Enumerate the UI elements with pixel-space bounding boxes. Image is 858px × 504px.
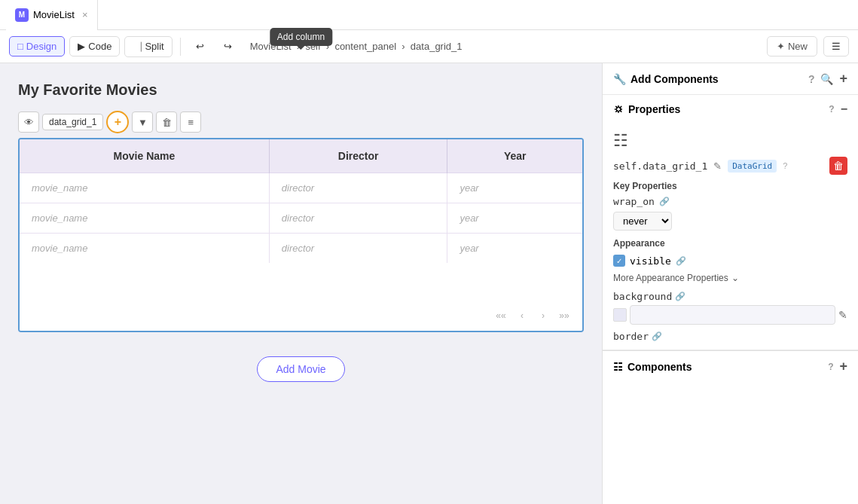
wrench-icon: 🔧: [613, 73, 626, 85]
border-row: border 🔗: [613, 331, 847, 342]
properties-icon: ⛭: [613, 103, 624, 115]
table-row: movie_name director year: [20, 173, 582, 203]
prop-name-text: self.data_grid_1: [613, 160, 707, 172]
split-button[interactable]: ⎹ Split: [124, 36, 172, 57]
grid-icon: ☷: [613, 131, 628, 150]
chevron-down-icon: ⌄: [731, 273, 739, 283]
cell-year: year: [447, 203, 582, 234]
layout-toggle-button[interactable]: ☰: [823, 36, 849, 57]
tab-close-button[interactable]: ×: [82, 9, 88, 20]
split-icon: ⎹: [133, 41, 142, 53]
appearance-label: Appearance: [613, 238, 847, 249]
design-button[interactable]: □ Design: [9, 36, 65, 57]
app-icon: M: [15, 8, 29, 22]
cell-movie-name: movie_name: [20, 173, 269, 203]
wrap-link-icon[interactable]: 🔗: [659, 197, 670, 206]
col-director: Director: [269, 139, 447, 173]
add-component-button[interactable]: +: [839, 71, 847, 87]
visibility-toggle-button[interactable]: 👁: [18, 111, 39, 133]
cell-year: year: [447, 234, 582, 264]
comp-question-icon[interactable]: ?: [828, 362, 833, 372]
cell-director: director: [269, 203, 447, 234]
tab-title: MovieList: [33, 9, 75, 20]
design-icon: □: [17, 41, 23, 52]
background-label: background: [613, 291, 672, 302]
components-icon: ☷: [613, 361, 623, 373]
question-icon[interactable]: ?: [808, 73, 815, 85]
background-link-icon[interactable]: 🔗: [675, 292, 685, 301]
properties-section: ⛭ Properties ? − ☷ self.data_grid_1 ✎ Da…: [603, 95, 858, 350]
background-edit-icon[interactable]: ✎: [838, 309, 847, 321]
table-header: Movie Name Director Year: [20, 139, 582, 173]
new-button[interactable]: ✦ New: [767, 36, 817, 57]
undo-button[interactable]: ↩: [188, 37, 212, 56]
code-icon: ▶: [78, 41, 85, 52]
code-button[interactable]: ▶ Code: [69, 36, 120, 57]
datagrid-label: data_grid_1: [42, 114, 103, 130]
last-page-button[interactable]: »»: [555, 307, 573, 325]
cell-year: year: [447, 173, 582, 203]
page-title: My Favorite Movies: [18, 81, 584, 99]
background-row: background 🔗 ✎: [613, 291, 847, 325]
cell-director: director: [269, 234, 447, 264]
tab-bar: M MovieList ×: [0, 0, 858, 30]
column-dropdown-button[interactable]: ▼: [132, 111, 153, 133]
movielist-tab[interactable]: M MovieList ×: [6, 0, 98, 30]
prev-page-button[interactable]: ‹: [513, 307, 531, 325]
wrap-on-row: wrap_on 🔗: [613, 196, 847, 207]
border-link-icon[interactable]: 🔗: [652, 331, 662, 341]
visible-row: ✓ visible 🔗: [613, 255, 847, 267]
table-body: movie_name director year movie_name dire…: [20, 173, 582, 264]
wrap-on-label: wrap_on: [613, 196, 655, 207]
add-components-section: 🔧 Add Components ? 🔍 +: [603, 63, 858, 95]
add-component-plus-button[interactable]: +: [839, 359, 847, 374]
edit-prop-icon[interactable]: ✎: [713, 160, 722, 172]
add-column-tooltip: Add column: [270, 28, 332, 46]
collapse-button[interactable]: −: [841, 102, 847, 116]
pagination: «« ‹ › »»: [20, 301, 582, 331]
redo-button[interactable]: ↪: [216, 37, 240, 56]
properties-body: ☷ self.data_grid_1 ✎ DataGrid ? 🗑 Key Pr…: [603, 124, 858, 350]
next-page-button[interactable]: ›: [534, 307, 552, 325]
background-input[interactable]: [630, 305, 835, 325]
cell-movie-name: movie_name: [20, 234, 269, 264]
prop-type-badge: DataGrid: [728, 160, 777, 173]
props-question-icon[interactable]: ?: [829, 104, 834, 115]
search-icon[interactable]: 🔍: [820, 73, 833, 85]
border-label: border: [613, 331, 649, 342]
table-row: movie_name director year: [20, 203, 582, 234]
delete-column-button[interactable]: 🗑: [156, 111, 177, 133]
data-grid: Movie Name Director Year movie_name dire…: [18, 138, 584, 332]
add-column-button[interactable]: +: [106, 111, 129, 133]
add-components-header: 🔧 Add Components ? 🔍 +: [603, 63, 858, 94]
background-swatch[interactable]: [613, 308, 627, 322]
plus-icon: ✦: [777, 41, 785, 52]
main-toolbar: □ Design ▶ Code ⎹ Split ↩ ↪ MovieList › …: [0, 30, 858, 63]
components-header: ☷ Components ? +: [603, 351, 858, 382]
cell-movie-name: movie_name: [20, 203, 269, 234]
table-row: movie_name director year: [20, 234, 582, 264]
cell-director: director: [269, 173, 447, 203]
properties-header: ⛭ Properties ? −: [603, 95, 858, 124]
more-appearance-button[interactable]: More Appearance Properties ⌄: [613, 273, 847, 283]
right-panel: 🔧 Add Components ? 🔍 + ⛭ Properties ? −: [602, 63, 858, 504]
main-area: My Favorite Movies Add column 👁 data_gri…: [0, 63, 858, 504]
wrap-select[interactable]: never always auto: [613, 212, 672, 231]
visible-label: visible: [630, 255, 671, 267]
visible-checkbox[interactable]: ✓: [613, 255, 625, 267]
delete-component-button[interactable]: 🗑: [829, 157, 847, 175]
data-table: Movie Name Director Year movie_name dire…: [20, 139, 582, 263]
prop-type-question[interactable]: ?: [783, 161, 787, 170]
datagrid-wrapper: Add column 👁 data_grid_1 + ▼ 🗑 ≡ Movie N…: [18, 111, 584, 332]
separator-1: [180, 38, 181, 56]
canvas-area: My Favorite Movies Add column 👁 data_gri…: [0, 63, 602, 504]
col-movie-name: Movie Name: [20, 139, 269, 173]
settings-button[interactable]: ≡: [180, 111, 201, 133]
toolbar-right: ✦ New ☰: [767, 36, 849, 57]
first-page-button[interactable]: ««: [492, 307, 510, 325]
col-year: Year: [447, 139, 582, 173]
add-movie-button[interactable]: Add Movie: [257, 356, 344, 382]
key-properties-label: Key Properties: [613, 181, 847, 191]
wrap-select-wrapper: never always auto: [613, 212, 847, 231]
visible-link-icon[interactable]: 🔗: [676, 256, 686, 266]
